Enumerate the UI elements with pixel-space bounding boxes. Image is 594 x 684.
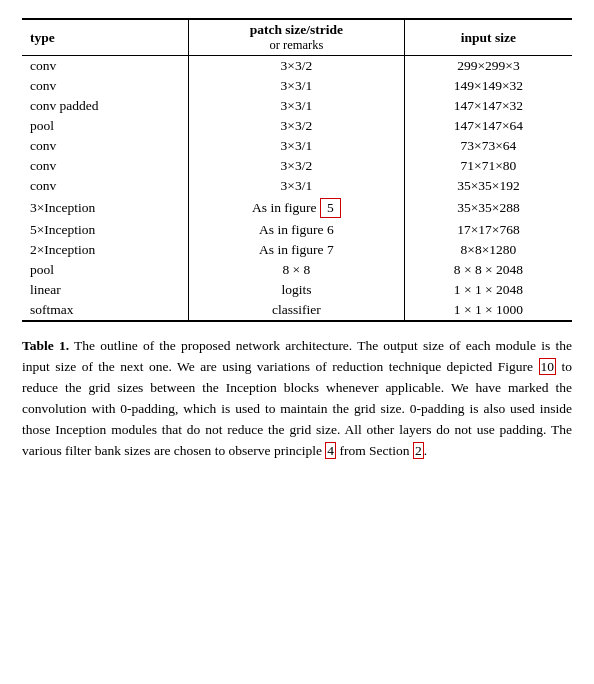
table-container: type patch size/stride or remarks input … (22, 18, 572, 322)
table-row: 3×InceptionAs in figure 535×35×288 (22, 196, 572, 220)
caption-text1: The outline of the proposed network arch… (22, 338, 572, 374)
cell-input: 17×17×768 (404, 220, 572, 240)
cell-input: 8×8×1280 (404, 240, 572, 260)
cell-type: conv padded (22, 96, 188, 116)
cell-type: 3×Inception (22, 196, 188, 220)
cell-type: conv (22, 76, 188, 96)
cell-patch: As in figure 7 (188, 240, 404, 260)
cell-input: 1 × 1 × 2048 (404, 280, 572, 300)
cell-input: 149×149×32 (404, 76, 572, 96)
cell-patch: 3×3/1 (188, 136, 404, 156)
col-type-header: type (22, 19, 188, 56)
table-row: conv3×3/2299×299×3 (22, 56, 572, 77)
cell-patch: 3×3/1 (188, 76, 404, 96)
cell-type: conv (22, 56, 188, 77)
cell-type: pool (22, 116, 188, 136)
cell-patch: 3×3/2 (188, 56, 404, 77)
col-patch-header-top: patch size/stride (197, 22, 396, 38)
caption-text4: . (424, 443, 427, 458)
cell-patch: classifier (188, 300, 404, 321)
cell-input: 35×35×288 (404, 196, 572, 220)
caption-label: Table 1. (22, 338, 69, 353)
col-input-header: input size (404, 19, 572, 56)
cell-input: 73×73×64 (404, 136, 572, 156)
ref-4: 4 (325, 442, 336, 459)
cell-input: 299×299×3 (404, 56, 572, 77)
ref-2: 2 (413, 442, 424, 459)
table-row: conv3×3/173×73×64 (22, 136, 572, 156)
table-row: softmaxclassifier1 × 1 × 1000 (22, 300, 572, 321)
architecture-table: type patch size/stride or remarks input … (22, 18, 572, 322)
table-row: 2×InceptionAs in figure 78×8×1280 (22, 240, 572, 260)
cell-type: 2×Inception (22, 240, 188, 260)
cell-input: 71×71×80 (404, 156, 572, 176)
col-patch-header: patch size/stride or remarks (188, 19, 404, 56)
cell-patch: 3×3/2 (188, 156, 404, 176)
cell-patch: logits (188, 280, 404, 300)
table-row: pool8 × 88 × 8 × 2048 (22, 260, 572, 280)
cell-type: 5×Inception (22, 220, 188, 240)
table-row: linearlogits1 × 1 × 2048 (22, 280, 572, 300)
cell-patch: 3×3/1 (188, 96, 404, 116)
table-row: conv3×3/135×35×192 (22, 176, 572, 196)
table-row: 5×InceptionAs in figure 617×17×768 (22, 220, 572, 240)
cell-patch: 8 × 8 (188, 260, 404, 280)
cell-type: softmax (22, 300, 188, 321)
col-patch-header-sub: or remarks (197, 38, 396, 53)
table-caption: Table 1. The outline of the proposed net… (22, 336, 572, 462)
cell-patch: 3×3/2 (188, 116, 404, 136)
cell-type: linear (22, 280, 188, 300)
table-row: conv3×3/271×71×80 (22, 156, 572, 176)
table-row: conv3×3/1149×149×32 (22, 76, 572, 96)
table-row: pool3×3/2147×147×64 (22, 116, 572, 136)
cell-input: 147×147×64 (404, 116, 572, 136)
cell-input: 1 × 1 × 1000 (404, 300, 572, 321)
cell-type: conv (22, 136, 188, 156)
cell-patch: 3×3/1 (188, 176, 404, 196)
ref-10: 10 (539, 358, 557, 375)
table-row: conv padded3×3/1147×147×32 (22, 96, 572, 116)
cell-patch: As in figure 5 (188, 196, 404, 220)
cell-type: pool (22, 260, 188, 280)
caption-text3: from Section (336, 443, 413, 458)
cell-input: 8 × 8 × 2048 (404, 260, 572, 280)
cell-type: conv (22, 156, 188, 176)
cell-input: 35×35×192 (404, 176, 572, 196)
cell-type: conv (22, 176, 188, 196)
cell-input: 147×147×32 (404, 96, 572, 116)
cell-patch: As in figure 6 (188, 220, 404, 240)
